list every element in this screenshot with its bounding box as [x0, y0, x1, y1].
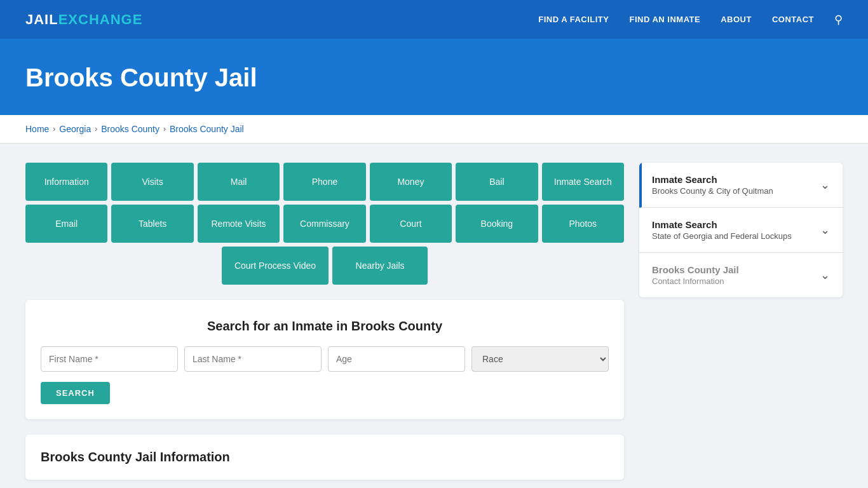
- sidebar-inmate-search-state[interactable]: Inmate Search State of Georgia and Feder…: [639, 208, 843, 253]
- find-inmate-link[interactable]: FIND AN INMATE: [629, 15, 700, 24]
- btn-bail[interactable]: Bail: [456, 163, 538, 201]
- search-button[interactable]: SEARCH: [41, 382, 110, 404]
- breadcrumb-brooks-county[interactable]: Brooks County: [101, 124, 159, 134]
- search-section-title: Search for an Inmate in Brooks County: [41, 319, 609, 334]
- button-grid-row2: Email Tablets Remote Visits Commissary C…: [25, 205, 624, 243]
- age-input[interactable]: [328, 346, 465, 372]
- breadcrumb: Home › Georgia › Brooks County › Brooks …: [25, 124, 843, 134]
- logo-exchange: EXCHANGE: [58, 11, 143, 28]
- breadcrumb-home[interactable]: Home: [25, 124, 49, 134]
- race-select[interactable]: Race White Black Hispanic Asian Other: [471, 346, 609, 372]
- btn-booking[interactable]: Booking: [456, 205, 538, 243]
- sidebar-item-title-2: Inmate Search: [652, 219, 792, 230]
- left-column: Information Visits Mail Phone Money Bail…: [25, 163, 624, 480]
- button-grid-row1: Information Visits Mail Phone Money Bail…: [25, 163, 624, 201]
- btn-phone[interactable]: Phone: [283, 163, 365, 201]
- breadcrumb-separator-1: ›: [53, 125, 55, 133]
- chevron-down-icon-2: ⌄: [820, 223, 830, 237]
- first-name-input[interactable]: [41, 346, 178, 372]
- header-nav: FIND A FACILITY FIND AN INMATE ABOUT CON…: [538, 13, 843, 27]
- sidebar-item-subtitle-2: State of Georgia and Federal Lockups: [652, 231, 792, 241]
- breadcrumb-separator-2: ›: [95, 125, 97, 133]
- search-fields: Race White Black Hispanic Asian Other: [41, 346, 609, 372]
- breadcrumb-georgia[interactable]: Georgia: [59, 124, 91, 134]
- logo[interactable]: JAIL EXCHANGE: [25, 11, 142, 28]
- btn-mail[interactable]: Mail: [198, 163, 280, 201]
- sidebar-item-subtitle-3: Contact Information: [652, 276, 739, 286]
- contact-link[interactable]: CONTACT: [772, 15, 814, 24]
- btn-nearby-jails[interactable]: Nearby Jails: [332, 247, 428, 285]
- find-facility-link[interactable]: FIND A FACILITY: [538, 15, 609, 24]
- btn-visits[interactable]: Visits: [111, 163, 193, 201]
- jail-info-title: Brooks County Jail Information: [41, 450, 609, 464]
- breadcrumb-current: Brooks County Jail: [170, 124, 244, 134]
- breadcrumb-bar: Home › Georgia › Brooks County › Brooks …: [0, 115, 868, 144]
- btn-commissary[interactable]: Commissary: [283, 205, 365, 243]
- sidebar-item-title-3: Brooks County Jail: [652, 264, 739, 275]
- btn-information[interactable]: Information: [25, 163, 107, 201]
- jail-info-section: Brooks County Jail Information: [25, 435, 624, 480]
- btn-money[interactable]: Money: [370, 163, 452, 201]
- btn-remote-visits[interactable]: Remote Visits: [198, 205, 280, 243]
- breadcrumb-separator-3: ›: [163, 125, 166, 133]
- right-column: Inmate Search Brooks County & City of Qu…: [639, 163, 843, 480]
- btn-email[interactable]: Email: [25, 205, 107, 243]
- btn-court[interactable]: Court: [370, 205, 452, 243]
- logo-jail: JAIL: [25, 11, 58, 28]
- sidebar-inmate-search-brooks[interactable]: Inmate Search Brooks County & City of Qu…: [639, 163, 843, 208]
- button-grid-row3: Court Process Video Nearby Jails: [25, 247, 624, 285]
- search-icon[interactable]: ⚲: [834, 13, 843, 27]
- btn-inmate-search[interactable]: Inmate Search: [542, 163, 624, 201]
- sidebar-card: Inmate Search Brooks County & City of Qu…: [639, 163, 843, 297]
- btn-tablets[interactable]: Tablets: [111, 205, 193, 243]
- page-title: Brooks County Jail: [25, 64, 843, 92]
- btn-photos[interactable]: Photos: [542, 205, 624, 243]
- site-header: JAIL EXCHANGE FIND A FACILITY FIND AN IN…: [0, 0, 868, 41]
- sidebar-contact-info[interactable]: Brooks County Jail Contact Information ⌄: [639, 253, 843, 297]
- sidebar-item-title-1: Inmate Search: [652, 174, 773, 185]
- about-link[interactable]: ABOUT: [721, 15, 752, 24]
- chevron-down-icon-3: ⌄: [820, 268, 830, 282]
- inmate-search-section: Search for an Inmate in Brooks County Ra…: [25, 300, 624, 419]
- chevron-down-icon-1: ⌄: [820, 178, 830, 192]
- sidebar-item-subtitle-1: Brooks County & City of Quitman: [652, 186, 773, 196]
- btn-court-process-video[interactable]: Court Process Video: [222, 247, 329, 285]
- main-content: Information Visits Mail Phone Money Bail…: [0, 144, 868, 488]
- last-name-input[interactable]: [184, 346, 322, 372]
- hero-section: Brooks County Jail: [0, 41, 868, 115]
